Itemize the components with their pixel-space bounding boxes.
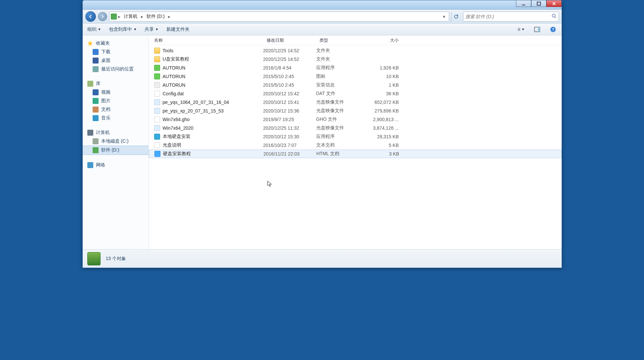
- computer-header[interactable]: 计算机: [83, 128, 149, 137]
- item-icon: [93, 89, 99, 95]
- maximize-button[interactable]: [531, 0, 546, 7]
- forward-button[interactable]: [98, 12, 107, 21]
- file-row[interactable]: pe_yqs_1064_20_07_31_16_042020/10/12 15:…: [149, 98, 562, 107]
- file-name: AUTORUN: [163, 82, 186, 88]
- caret-down-icon: ▼: [98, 27, 101, 31]
- sidebar-item[interactable]: 音乐: [83, 114, 149, 122]
- sidebar-item-label: 下载: [101, 49, 110, 55]
- file-date: 2020/10/12 15:30: [263, 134, 316, 139]
- file-icon: [154, 116, 160, 122]
- svg-rect-1: [537, 2, 540, 5]
- file-name: 光盘说明: [163, 142, 181, 148]
- preview-pane-button[interactable]: [533, 26, 541, 33]
- refresh-button[interactable]: [451, 12, 461, 22]
- file-icon: [154, 125, 160, 131]
- drive-icon: [111, 14, 117, 20]
- item-icon: [93, 115, 99, 121]
- search-icon[interactable]: [551, 13, 557, 20]
- help-button[interactable]: ?: [549, 26, 557, 33]
- chevron-right-icon[interactable]: ▸: [117, 14, 121, 19]
- file-type: HTML 文档: [317, 151, 369, 157]
- svg-rect-5: [518, 30, 520, 30]
- address-dropdown[interactable]: ▾: [441, 14, 448, 19]
- file-row[interactable]: pe_yqs_xp_20_07_31_15_532020/10/12 15:36…: [149, 107, 562, 115]
- sidebar-item[interactable]: 图片: [83, 97, 149, 105]
- sidebar-item[interactable]: 视频: [83, 88, 149, 97]
- include-in-library-menu[interactable]: 包含到库中▼: [109, 26, 137, 32]
- file-name: pe_yqs_1064_20_07_31_16_04: [163, 100, 229, 105]
- file-row[interactable]: Win7x64_20202020/12/25 11:32光盘映像文件3,874,…: [149, 124, 562, 132]
- file-size: 36 KB: [369, 91, 406, 96]
- file-size: 3 KB: [369, 151, 406, 157]
- file-type: 光盘映像文件: [316, 99, 369, 105]
- close-button[interactable]: [546, 0, 562, 7]
- libraries-group: 库 视频图片文档音乐: [83, 79, 149, 122]
- chevron-right-icon[interactable]: ▸: [167, 14, 171, 19]
- svg-rect-0: [522, 5, 525, 5]
- chevron-right-icon[interactable]: ▸: [140, 14, 144, 19]
- file-icon: [154, 108, 160, 114]
- sidebar-item[interactable]: 本地磁盘 (C:): [83, 137, 149, 146]
- column-type[interactable]: 类型: [316, 37, 369, 43]
- file-row[interactable]: 硬盘安装教程2016/11/21 22:03HTML 文档3 KB: [149, 150, 562, 158]
- breadcrumb-computer[interactable]: 计算机: [122, 13, 140, 20]
- file-name: AUTORUN: [163, 74, 186, 79]
- sidebar-item[interactable]: 桌面: [83, 56, 149, 65]
- file-icon: [154, 56, 160, 62]
- file-date: 2020/10/12 15:42: [263, 91, 316, 96]
- titlebar[interactable]: [83, 0, 562, 10]
- file-row[interactable]: U盘安装教程2020/12/25 14:52文件夹: [149, 55, 562, 64]
- drive-icon: [87, 252, 101, 265]
- file-date: 2015/5/10 2:45: [263, 74, 316, 79]
- file-row[interactable]: AUTORUN2015/5/10 2:45安装信息1 KB: [149, 81, 562, 89]
- item-icon: [93, 98, 99, 104]
- file-row[interactable]: AUTORUN2016/1/8 4:54应用程序1,926 KB: [149, 64, 562, 72]
- address-bar[interactable]: ▸ 计算机 ▸ 软件 (D:) ▸ ▾: [109, 12, 449, 22]
- file-row[interactable]: Win7x64.gho2019/9/7 19:25GHO 文件2,900,813…: [149, 115, 562, 124]
- organize-menu[interactable]: 组织▼: [87, 26, 101, 32]
- file-row[interactable]: Config.dat2020/10/12 15:42DAT 文件36 KB: [149, 89, 562, 98]
- share-menu[interactable]: 共享▼: [145, 26, 158, 32]
- file-date: 2020/12/25 14:52: [263, 48, 316, 53]
- sidebar-item[interactable]: 最近访问的位置: [83, 65, 149, 73]
- sidebar-item[interactable]: 软件 (D:): [83, 146, 149, 155]
- svg-rect-4: [518, 29, 520, 29]
- search-box[interactable]: [463, 12, 559, 22]
- sidebar-item-label: 文档: [101, 107, 110, 112]
- new-folder-button[interactable]: 新建文件夹: [166, 26, 190, 32]
- file-date: 2020/10/12 15:41: [263, 100, 316, 105]
- navigation-pane: 收藏夹 下载桌面最近访问的位置 库 视频图片文档音乐 计算机 本地磁盘 (C:)…: [83, 36, 149, 249]
- back-button[interactable]: [85, 11, 96, 22]
- file-icon: [154, 134, 160, 140]
- file-row[interactable]: Tools2020/12/25 14:52文件夹: [149, 46, 562, 55]
- favorites-header[interactable]: 收藏夹: [83, 39, 149, 48]
- sidebar-item[interactable]: 文档: [83, 105, 149, 114]
- file-size: 652,072 KB: [369, 100, 406, 105]
- column-date[interactable]: 修改日期: [263, 37, 316, 43]
- file-row[interactable]: 本地硬盘安装2020/10/12 15:30应用程序28,315 KB: [149, 132, 562, 141]
- file-view: 名称 修改日期 类型 大小 Tools2020/12/25 14:52文件夹U盘…: [149, 36, 562, 249]
- file-date: 2020/12/25 14:52: [263, 57, 316, 62]
- breadcrumb-drive[interactable]: 软件 (D:): [145, 13, 167, 20]
- file-date: 2016/11/21 22:03: [264, 151, 317, 157]
- file-icon: [154, 142, 160, 148]
- sidebar-item[interactable]: 下载: [83, 48, 149, 56]
- view-options-button[interactable]: ▼: [517, 26, 525, 33]
- file-list[interactable]: Tools2020/12/25 14:52文件夹U盘安装教程2020/12/25…: [149, 45, 562, 249]
- minimize-button[interactable]: [516, 0, 531, 7]
- file-name: 硬盘安装教程: [163, 151, 191, 157]
- item-icon: [93, 138, 99, 144]
- file-name: 本地硬盘安装: [163, 134, 191, 140]
- file-date: 2016/10/23 7:07: [263, 143, 316, 148]
- network-header[interactable]: 网络: [83, 161, 149, 169]
- column-name[interactable]: 名称: [149, 37, 263, 43]
- caret-down-icon: ▼: [522, 27, 525, 31]
- file-name: Config.dat: [163, 91, 184, 96]
- file-type: 应用程序: [316, 134, 369, 140]
- file-row[interactable]: 光盘说明2016/10/23 7:07文本文档5 KB: [149, 141, 562, 150]
- search-input[interactable]: [465, 14, 551, 19]
- file-row[interactable]: AUTORUN2015/5/10 2:45图标10 KB: [149, 72, 562, 81]
- column-size[interactable]: 大小: [369, 37, 406, 43]
- file-date: 2015/5/10 2:45: [263, 82, 316, 88]
- libraries-header[interactable]: 库: [83, 79, 149, 88]
